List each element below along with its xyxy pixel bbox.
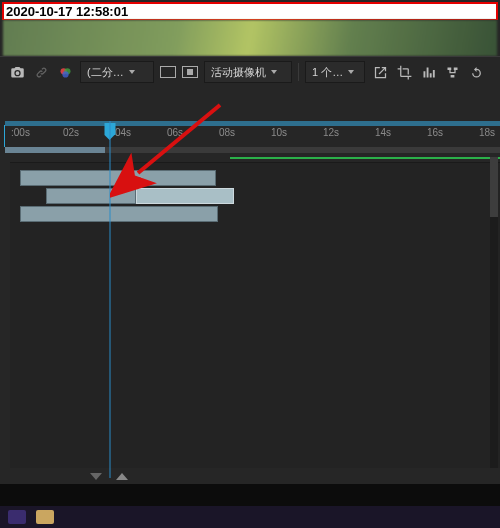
ruler-tick-label: 14s xyxy=(375,127,391,138)
preview-toolbar: (二分… 活动摄像机 1 个… xyxy=(0,56,500,88)
link-icon[interactable] xyxy=(32,63,50,81)
layer-clip[interactable] xyxy=(20,206,218,222)
zoom-out-icon[interactable] xyxy=(90,473,102,480)
layer-clip[interactable] xyxy=(136,188,234,204)
playhead-line xyxy=(110,121,111,478)
taskbar-app-ae[interactable] xyxy=(8,510,26,524)
ruler-tick-label: 10s xyxy=(271,127,287,138)
layer-clip[interactable] xyxy=(46,188,136,204)
transparency-grid-icon[interactable] xyxy=(160,66,176,78)
timestamp-text: 2020-10-17 12:58:01 xyxy=(6,4,128,19)
ruler-tick-label: 02s xyxy=(63,127,79,138)
ruler-tick-label: :00s xyxy=(11,127,30,138)
render-status-bar xyxy=(230,157,500,159)
timestamp-overlay: 2020-10-17 12:58:01 xyxy=(2,2,498,20)
window-frame-bottom xyxy=(0,484,500,506)
taskbar-app-explorer[interactable] xyxy=(36,510,54,524)
stats-icon[interactable] xyxy=(419,63,437,81)
ruler-tick-label: 08s xyxy=(219,127,235,138)
reset-exposure-icon[interactable] xyxy=(467,63,485,81)
layer-clip[interactable] xyxy=(20,170,216,186)
zoom-in-icon[interactable] xyxy=(116,473,128,480)
scrollbar-thumb[interactable] xyxy=(490,157,498,217)
timeline-nav-bar xyxy=(0,468,500,484)
crop-icon[interactable] xyxy=(395,63,413,81)
os-taskbar xyxy=(0,506,500,528)
views-label: 1 个… xyxy=(312,65,343,80)
resolution-label: (二分… xyxy=(87,65,124,80)
ruler-tick-label: 18s xyxy=(479,127,495,138)
camera-label: 活动摄像机 xyxy=(211,65,266,80)
work-area-strip[interactable] xyxy=(5,121,500,126)
work-area-bar xyxy=(5,147,500,153)
ruler-tick-label: 12s xyxy=(323,127,339,138)
tracks-area[interactable]: ↔ xyxy=(10,162,500,468)
ruler-tick-label: 04s xyxy=(115,127,131,138)
time-ruler[interactable]: :00s02s04s06s08s10s12s14s16s18s xyxy=(5,121,500,149)
camera-dropdown[interactable]: 活动摄像机 xyxy=(204,61,292,83)
views-dropdown[interactable]: 1 个… xyxy=(305,61,365,83)
timeline-panel: :00s02s04s06s08s10s12s14s16s18s ↔ xyxy=(0,87,500,528)
ruler-tick-label: 16s xyxy=(427,127,443,138)
ruler-tick-label: 06s xyxy=(167,127,183,138)
chevron-down-icon xyxy=(129,70,135,74)
flowchart-icon[interactable] xyxy=(443,63,461,81)
svg-point-2 xyxy=(62,71,68,77)
vertical-scrollbar[interactable] xyxy=(490,157,498,468)
toolbar-separator xyxy=(298,63,299,81)
snapshot-icon[interactable] xyxy=(8,63,26,81)
channels-icon[interactable] xyxy=(56,63,74,81)
work-area-range[interactable] xyxy=(5,147,105,153)
roi-icon[interactable] xyxy=(182,66,198,78)
chevron-down-icon xyxy=(348,70,354,74)
chevron-down-icon xyxy=(271,70,277,74)
resolution-dropdown[interactable]: (二分… xyxy=(80,61,154,83)
share-icon[interactable] xyxy=(371,63,389,81)
composition-preview xyxy=(3,20,497,56)
